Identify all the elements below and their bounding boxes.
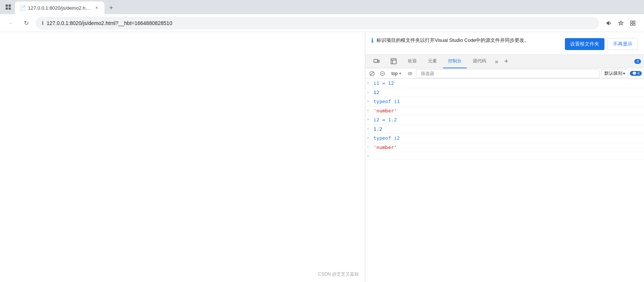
setup-root-button[interactable]: 设置根文件夹 [565,38,604,50]
eye-button[interactable] [406,69,415,78]
svg-rect-8 [374,59,378,62]
filter-input[interactable] [419,70,596,77]
tab-device[interactable] [368,55,385,68]
url-text: 127.0.0.1:8020/js/demo2.html?__hbt=16648… [47,20,593,26]
console-line[interactable]: ›i2 = 1.2 [365,115,644,125]
svg-rect-5 [633,21,635,23]
tab-sources[interactable]: 源代码 [468,55,491,68]
console-code: typeof i2 [373,134,641,142]
more-tabs-button[interactable]: » [492,57,501,66]
console-line[interactable]: ‹'number' [365,143,644,152]
dismiss-button[interactable]: 不再显示 [607,38,638,50]
output-arrow-icon: ‹ [367,125,373,131]
eye-icon [407,71,413,76]
level-chevron-icon: ▾ [623,71,625,75]
tab-console-label: 控制台 [448,58,462,64]
info-icon: ℹ [371,37,373,44]
favorites-icon[interactable] [616,18,626,28]
tab-sources-label: 源代码 [473,58,486,64]
reload-icon: ↻ [24,19,29,27]
tab-welcome-label: 欢迎 [408,58,417,64]
tab-close-button[interactable]: × [93,4,100,11]
console-code: 'number' [373,107,641,115]
input-arrow-icon: › [367,98,373,103]
address-bar: ← ↻ ℹ 127.0.0.1:8020/js/demo2.html?__hbt… [0,14,644,32]
console-toolbar: top ▾ 默认级别 ▾ [365,68,644,79]
output-arrow-icon: ‹ [367,89,373,94]
console-line[interactable]: ›typeof i1 [365,97,644,106]
info-banner-text: 标识项目的根文件夹以打开Visual Studio Code中的源文件并同步更改… [376,37,553,44]
console-line[interactable]: ›i1 = 12 [365,79,644,88]
input-arrow-icon: › [367,153,373,158]
tab-console[interactable]: 控制台 [443,55,467,68]
devtools-tabs: 欢迎 元素 控制台 源代码 » + 4 [365,55,644,68]
extensions-icon[interactable] [3,2,13,12]
context-label: top [391,71,398,76]
console-line[interactable]: ‹1.2 [365,125,644,134]
filter-box[interactable] [416,69,600,78]
console-code: i1 = 12 [373,80,641,87]
watermark: CSDN @芝芝又荔枝 [318,271,359,278]
tab-elements[interactable]: 元素 [423,55,442,68]
device-icon [373,58,379,64]
svg-line-15 [371,72,373,75]
svg-rect-11 [391,59,396,64]
browser-frame: 📄 127.0.0.1:8020/js/demo2.html?_ × + ← ↻… [0,0,644,282]
more-icon: » [495,58,498,65]
context-dropdown[interactable]: top ▾ [388,70,404,77]
level-dropdown[interactable]: 默认级别 ▾ [601,69,628,78]
svg-rect-9 [378,60,379,62]
stop-icon [380,71,385,76]
tab-welcome[interactable]: 欢迎 [403,55,422,68]
new-tab-button[interactable]: + [106,3,116,13]
svg-rect-2 [6,7,8,10]
tab-elements-label: 元素 [428,58,437,64]
console-code: typeof i1 [373,98,641,105]
svg-rect-7 [633,24,635,25]
lock-icon: ℹ [42,20,44,26]
output-arrow-icon: ‹ [367,144,373,149]
info-banner: ℹ 标识项目的根文件夹以打开Visual Studio Code中的源文件并同步… [365,32,644,55]
active-tab[interactable]: 📄 127.0.0.1:8020/js/demo2.html?_ × [15,1,104,14]
svg-rect-3 [9,7,11,10]
level-label: 默认级别 [604,70,622,77]
console-line[interactable]: › [365,152,644,159]
input-arrow-icon: › [367,80,373,85]
clear-console-button[interactable] [368,69,376,78]
console-code: 1.2 [373,125,641,133]
collections-icon[interactable] [628,18,638,28]
console-line[interactable]: ›typeof i2 [365,134,644,143]
input-arrow-icon: › [367,134,373,140]
svg-rect-4 [631,21,632,23]
banner-buttons: 设置根文件夹 不再显示 [556,37,638,50]
page-content: CSDN @芝芝又荔枝 [0,32,365,282]
tab-inspect[interactable] [385,55,402,68]
devtools-panel: ℹ 标识项目的根文件夹以打开Visual Studio Code中的源文件并同步… [365,32,644,282]
inspect-icon [391,58,397,64]
devtools-message-count: 4 [634,59,641,64]
console-badge: 💬 4 [630,71,642,76]
console-output: ›i1 = 12‹12›typeof i1‹'number'›i2 = 1.2‹… [365,79,644,282]
console-line[interactable]: ‹12 [365,88,644,97]
svg-rect-1 [9,4,11,7]
address-input[interactable]: ℹ 127.0.0.1:8020/js/demo2.html?__hbt=166… [36,17,599,30]
svg-rect-6 [631,24,632,25]
read-aloud-icon[interactable] [604,18,614,28]
input-arrow-icon: › [367,116,373,122]
svg-point-19 [409,73,410,74]
tab-page-icon: 📄 [19,5,26,11]
main-area: CSDN @芝芝又荔枝 ℹ 标识项目的根文件夹以打开Visual Studio … [0,32,644,282]
reload-button[interactable]: ↻ [21,18,31,28]
stop-button[interactable] [378,69,387,78]
console-line[interactable]: ‹'number' [365,106,644,116]
chevron-down-icon: ▾ [399,71,401,75]
add-tab-button[interactable]: + [502,57,511,66]
tab-bar: 📄 127.0.0.1:8020/js/demo2.html?_ × + [0,0,644,14]
browser-toolbar-icons [604,18,638,28]
clear-icon [369,71,375,76]
svg-rect-0 [6,4,8,7]
tab-title: 127.0.0.1:8020/js/demo2.html?_ [28,5,91,11]
back-button[interactable]: ← [6,18,16,28]
back-icon: ← [8,20,14,27]
console-code: 'number' [373,144,641,151]
